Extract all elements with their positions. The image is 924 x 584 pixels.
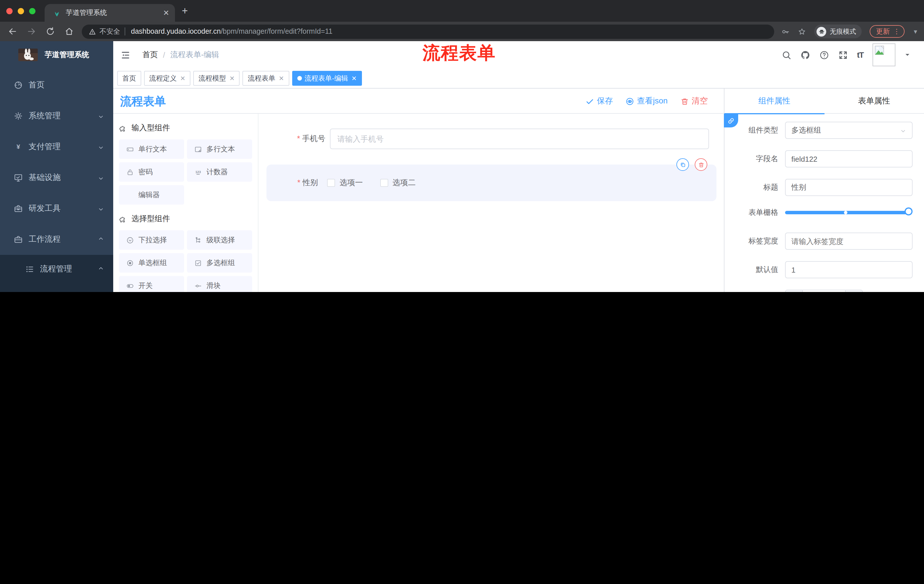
canvas-widget-gender-selected[interactable]: 性别 选项一 选项二 — [266, 165, 716, 201]
palette-item[interactable]: 单行文本 — [119, 140, 184, 159]
slider-handle[interactable] — [904, 207, 912, 216]
component-type-select[interactable]: 多选框组 — [785, 122, 912, 139]
sidebar-submenu: 流程管理流程表单用户分组流程模型任务管理请假查询 — [0, 255, 113, 292]
avatar[interactable] — [873, 43, 895, 66]
maximize-window-button[interactable] — [29, 8, 35, 14]
url-bar[interactable]: 不安全 dashboard.yudao.iocoder.cn/bpm/manag… — [82, 24, 774, 39]
form-grid-slider[interactable] — [785, 211, 908, 214]
palette-item[interactable]: 下拉选择 — [119, 230, 184, 250]
sidebar-item-0[interactable]: 首页 — [0, 70, 113, 100]
tag-1[interactable]: 流程定义✕ — [144, 71, 190, 86]
incognito-label: 无痕模式 — [830, 27, 856, 36]
minimize-window-button[interactable] — [18, 8, 24, 14]
tag-0[interactable]: 首页 — [117, 71, 141, 86]
sidebar-item-3[interactable]: 基础设施 — [0, 162, 113, 193]
title-input[interactable] — [785, 179, 912, 196]
sidebar-item-6[interactable]: 流程管理 — [0, 255, 113, 283]
search-icon[interactable] — [782, 50, 791, 60]
canvas-field-phone[interactable]: 手机号 — [263, 128, 709, 149]
update-button[interactable]: 更新 ⋮ — [870, 25, 904, 38]
palette-item[interactable]: 级联选择 — [187, 230, 252, 250]
palette-item[interactable]: 单选框组 — [119, 253, 184, 273]
min-select-stepper: − 至少应选 + — [785, 290, 863, 292]
tag-4[interactable]: 流程表单-编辑✕ — [292, 71, 361, 86]
new-tab-button[interactable]: + — [182, 6, 188, 16]
dashboard-icon — [14, 81, 23, 90]
chrome-caret-icon[interactable]: ▼ — [912, 28, 918, 35]
app-title: 芋道管理系统 — [45, 50, 89, 60]
sidebar-item-1[interactable]: 系统管理 — [0, 100, 113, 132]
tag-close-icon[interactable]: ✕ — [180, 74, 185, 82]
sliderc-icon — [195, 282, 202, 290]
min-select-input[interactable]: 至少应选 — [803, 290, 845, 292]
palette-item[interactable]: 滑块 — [187, 276, 252, 292]
link-icon — [727, 117, 735, 124]
red-annotation-text: 流程表单 — [402, 41, 516, 65]
save-button[interactable]: 保存 — [586, 96, 613, 106]
tag-close-icon[interactable]: ✕ — [229, 74, 234, 82]
not-secure-warning-icon[interactable] — [89, 28, 96, 35]
key-icon[interactable] — [781, 27, 790, 36]
clear-button[interactable]: 清空 — [680, 96, 708, 106]
sidebar-item-7[interactable]: 流程表单 — [0, 283, 113, 292]
breadcrumb-current: 流程表单-编辑 — [170, 50, 219, 60]
view-json-button[interactable]: 查看json — [625, 96, 668, 106]
fullscreen-icon[interactable] — [838, 50, 848, 60]
palette-item[interactable]: 开关 — [119, 276, 184, 292]
browser-menu-icon[interactable]: ⋮ — [893, 28, 900, 35]
palette-item[interactable]: 密码 — [119, 162, 184, 182]
palette-item[interactable]: 多选框组 — [187, 253, 252, 273]
gender-option-1[interactable]: 选项一 — [327, 178, 363, 188]
widget-copy-button[interactable] — [676, 158, 689, 171]
font-size-icon[interactable]: tT — [857, 50, 863, 59]
checkbox-icon[interactable] — [380, 179, 388, 187]
palette-item[interactable]: 多行文本 — [187, 140, 252, 159]
close-window-button[interactable] — [6, 8, 13, 14]
help-icon[interactable] — [819, 50, 829, 60]
home-icon[interactable] — [64, 27, 74, 36]
tag-3[interactable]: 流程表单✕ — [243, 71, 289, 86]
cascade-icon — [195, 236, 202, 244]
url-path: /bpm/manager/form/edit?formId=11 — [221, 28, 332, 35]
phone-input[interactable] — [330, 128, 709, 149]
bookmark-star-icon[interactable] — [798, 27, 806, 36]
palette-section-title-1: 选择型组件 — [119, 214, 252, 224]
breadcrumb-home[interactable]: 首页 — [142, 50, 158, 60]
back-icon[interactable] — [8, 27, 17, 36]
chevron-up-icon — [98, 265, 104, 274]
checkbox-icon — [195, 259, 202, 267]
sidebar-item-2[interactable]: ¥支付管理 — [0, 132, 113, 162]
designer-header: 流程表单 保存 查看json 清空 — [113, 89, 924, 114]
forward-icon[interactable] — [27, 27, 36, 36]
field-name-input[interactable] — [785, 150, 912, 168]
tag-2[interactable]: 流程模型✕ — [193, 71, 239, 86]
sidebar-item-5[interactable]: 工作流程 — [0, 224, 113, 255]
trash-icon — [680, 97, 689, 105]
checkbox-icon[interactable] — [327, 179, 335, 187]
reload-icon[interactable] — [46, 27, 55, 36]
label-width-input[interactable] — [785, 233, 912, 250]
plus-button[interactable]: + — [845, 290, 862, 292]
title-label: 标题 — [724, 182, 778, 192]
window-controls[interactable] — [6, 8, 35, 14]
tag-close-icon[interactable]: ✕ — [351, 74, 356, 82]
prop-label-width: 标签宽度 — [724, 233, 912, 250]
tab-form-props[interactable]: 表单属性 — [824, 89, 924, 114]
default-value-input[interactable] — [785, 261, 912, 278]
minus-button[interactable]: − — [785, 290, 803, 292]
palette-item[interactable]: 123计数器 — [187, 162, 252, 182]
tab-close-icon[interactable]: ✕ — [163, 9, 169, 16]
avatar-caret-icon[interactable] — [904, 52, 910, 58]
gender-option-2[interactable]: 选项二 — [380, 178, 416, 188]
sidebar-item-4[interactable]: 研发工具 — [0, 193, 113, 224]
app-window: 芋道管理系统 首页系统管理¥支付管理基础设施研发工具工作流程流程管理流程表单用户… — [0, 41, 924, 292]
github-icon[interactable] — [800, 50, 810, 60]
tab-component-props[interactable]: 组件属性 — [724, 89, 824, 114]
chevron-down-icon — [900, 126, 906, 135]
sidebar-logo[interactable]: 芋道管理系统 — [0, 41, 113, 69]
palette-item[interactable]: 编辑器 — [119, 185, 184, 204]
sidebar-fold-icon[interactable] — [120, 50, 130, 60]
widget-delete-button[interactable] — [695, 158, 707, 171]
browser-tab[interactable]: 芋道管理系统 ✕ — [45, 4, 175, 22]
tag-close-icon[interactable]: ✕ — [279, 74, 284, 82]
